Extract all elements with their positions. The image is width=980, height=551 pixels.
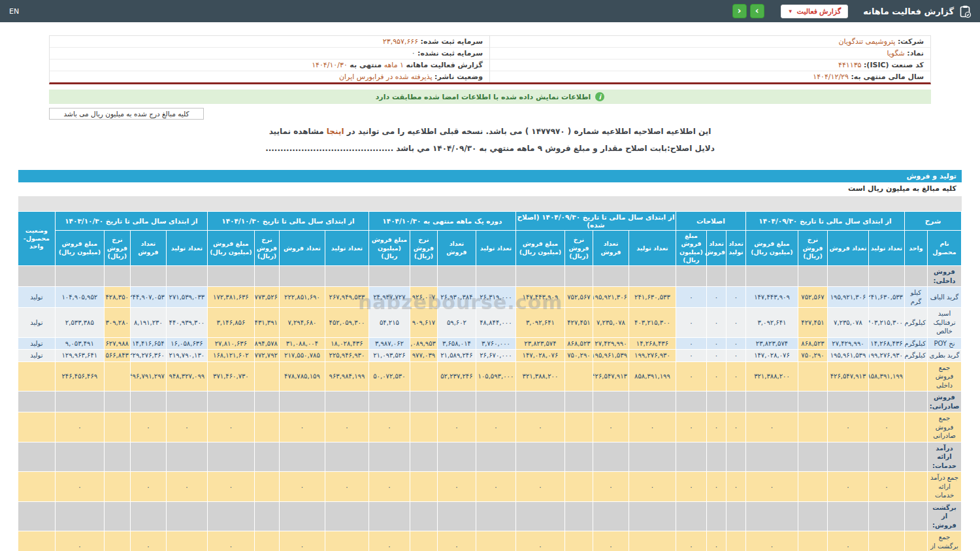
activity-report-dropdown[interactable]: گزارش فعالیت ▼ <box>781 5 848 18</box>
value-cell <box>166 531 207 551</box>
value-cell <box>676 442 706 472</box>
value-cell: ۴۳۱,۳۹۱ <box>254 308 279 338</box>
value-cell <box>207 392 254 412</box>
value-cell <box>476 501 515 531</box>
value-cell: ۰ <box>593 472 629 502</box>
value-cell <box>828 501 869 531</box>
value-cell: ۴۲۶,۵۴۷,۹۱۳ <box>828 361 869 392</box>
value-cell <box>368 266 410 287</box>
symbol-value: شگویا <box>887 49 904 58</box>
isic-label: کد صنعت (ISIC): <box>864 61 924 69</box>
header-group-row: شرحاز ابتدای سال مالی تا تاریخ ۱۴۰۴/۰۹/۳… <box>18 212 961 231</box>
value-cell: ۳۷۱,۴۶۰,۷۳۰ <box>207 361 254 392</box>
value-cell <box>745 266 798 287</box>
million-rial-note: کلیه مبالغ به میلیون ریال است <box>18 182 962 197</box>
value-cell: ۱۷۲,۳۸۱,۶۳۶ <box>207 287 254 308</box>
value-cell <box>476 442 515 472</box>
cell <box>905 501 928 531</box>
table-row: جمع فروش صادراتی۰۰۰۰۰۰۰۰۰۰۰۰۰۰۰۰۰۰ <box>18 412 961 442</box>
next-report-button[interactable]: › <box>750 4 764 18</box>
value-cell: ۲,۵۳۳,۳۸۵ <box>55 308 104 338</box>
value-cell: ۲۴۱,۶۳۰,۵۳۳ <box>869 287 905 308</box>
value-cell: ۰ <box>629 412 676 442</box>
value-cell <box>437 266 476 287</box>
value-cell <box>676 501 706 531</box>
value-cell: ۷,۲۹۴,۶۸۰ <box>279 308 325 338</box>
value-cell <box>130 442 166 472</box>
value-cell <box>368 392 410 412</box>
value-cell <box>629 392 676 412</box>
info-report-period: گزارش فعالیت ماهانه ۱ ماهه منتهی به ۱۴۰۴… <box>50 59 490 71</box>
header-desc: شرح <box>905 212 962 231</box>
value-cell <box>798 392 828 412</box>
amendment-line-2: دلایل اصلاح:بابت اصلاح مقدار و مبلغ فروش… <box>0 144 980 153</box>
value-cell: ۳,۹۸۷,۰۶۲ <box>368 337 410 350</box>
value-cell <box>564 531 593 551</box>
value-cell: ۹۷۷,۰۳۹ <box>410 350 437 362</box>
page: { "topbar": { "title": "گزارش فعالیت ماه… <box>0 0 980 551</box>
value-cell: ۱۴۷,۴۴۳,۹۰۹ <box>745 287 798 308</box>
value-cell <box>279 266 325 287</box>
value-cell <box>368 442 410 472</box>
value-cell: ۱۶,۰۵۸,۶۳۶ <box>166 337 207 350</box>
section-label-cell: فروش داخلی: <box>928 266 962 287</box>
value-cell <box>476 266 515 287</box>
value-cell: ۰ <box>706 361 726 392</box>
chevron-down-icon: ▼ <box>788 8 793 14</box>
value-cell: ۲۶,۹۳۰,۳۸۴ <box>437 287 476 308</box>
value-cell: ۱۰۵,۵۹۳,۰۰۰ <box>476 361 515 392</box>
value-cell <box>207 442 254 472</box>
value-cell: ۲۷,۸۱۰,۶۳۶ <box>207 337 254 350</box>
value-cell <box>706 442 726 472</box>
value-cell: ۰ <box>676 472 706 502</box>
value-cell <box>254 442 279 472</box>
value-cell: ۳,۷۶۰,۰۰۰ <box>476 337 515 350</box>
value-cell <box>166 501 207 531</box>
cell <box>905 472 928 502</box>
value-cell: ۰ <box>437 531 476 551</box>
value-cell <box>564 472 593 502</box>
value-cell <box>254 266 279 287</box>
value-cell <box>869 266 905 287</box>
value-cell <box>828 442 869 472</box>
value-cell: ۰ <box>676 350 706 362</box>
product-status-cell <box>18 442 55 472</box>
value-cell <box>745 501 798 531</box>
value-cell <box>515 442 564 472</box>
language-toggle-en[interactable]: EN <box>9 7 19 16</box>
publisher-status-label: وضعیت ناشر: <box>434 73 483 81</box>
value-cell: ۹۰۹,۶۱۷ <box>410 308 437 338</box>
table-row: جمع فروش داخلی۸۵۸,۳۹۱,۱۹۹۴۲۶,۵۴۷,۹۱۳۳۲۱,… <box>18 361 961 392</box>
section-label-cell: درآمد ارائه خدمات: <box>928 442 962 472</box>
value-cell: ۰ <box>325 412 368 442</box>
value-cell <box>410 531 437 551</box>
value-cell: ۲۶,۶۷۰,۰۰۰ <box>476 350 515 362</box>
value-cell: ۲۶۷,۹۴۹,۵۳۳ <box>325 287 368 308</box>
report-period-date: ۱۴۰۴/۱۰/۳۰ <box>312 61 348 69</box>
product-name-cell: اسید ترفتالیک خالص <box>928 308 962 338</box>
value-cell: ۱۴۷,۰۲۸,۰۷۶ <box>515 350 564 362</box>
value-cell: ۰ <box>515 412 564 442</box>
product-status-cell: تولید <box>18 287 55 308</box>
value-cell <box>55 442 104 472</box>
section-label-cell: فروش صادراتی: <box>928 392 962 412</box>
value-cell: ۲۲۵,۹۴۶,۹۳۰ <box>325 350 368 362</box>
value-cell: ۰ <box>726 361 745 392</box>
production-sales-section-bar: تولید و فروش <box>18 170 962 182</box>
value-cell <box>254 501 279 531</box>
cell <box>905 442 928 472</box>
header-sub: تعداد فروش <box>706 231 726 266</box>
prev-report-button[interactable]: ‹ <box>732 4 747 18</box>
value-cell: ۵۲,۲۳۷,۲۴۶ <box>437 361 476 392</box>
top-bar: گزارش فعالیت ماهانه گزارش فعالیت ▼ › ‹ E… <box>0 0 980 22</box>
previous-version-link[interactable]: اینجا <box>327 127 344 136</box>
value-cell: ۱۹۹,۲۷۶,۹۳۰ <box>629 350 676 362</box>
value-cell <box>593 442 629 472</box>
value-cell: ۰ <box>593 412 629 442</box>
value-cell: ۱۹۹,۲۷۶,۹۳۰ <box>869 350 905 362</box>
header-group: از ابتدای سال مالی تا تاریخ ۱۴۰۴/۰۹/۳۰ <box>745 212 904 231</box>
value-cell: ۰ <box>593 531 629 551</box>
value-cell: ۲۲۲,۸۵۱,۶۹۰ <box>279 287 325 308</box>
value-cell: ۲۱,۵۸۹,۲۴۶ <box>437 350 476 362</box>
value-cell <box>706 266 726 287</box>
